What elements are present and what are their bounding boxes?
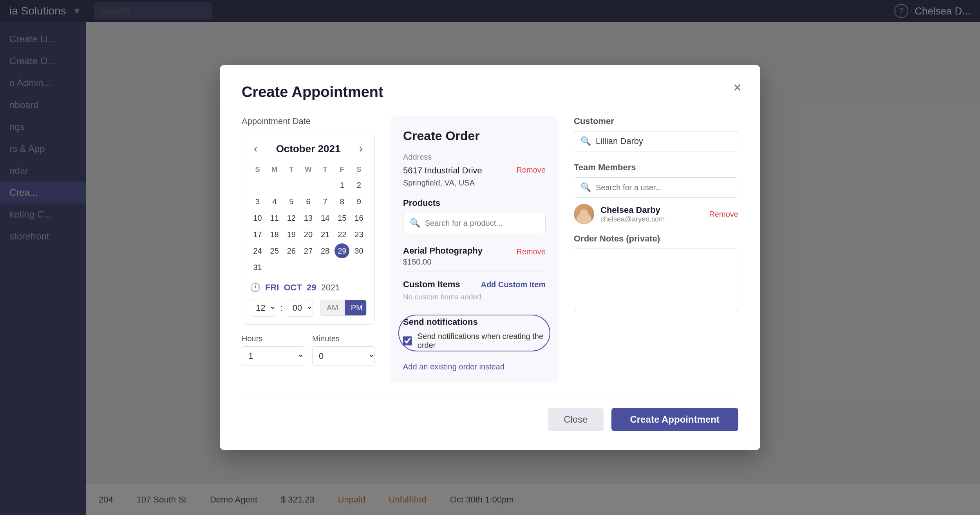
pm-button[interactable]: PM [345, 300, 367, 315]
notifications-section: Send notifications Send notifications wh… [403, 309, 546, 356]
hours-group: Hours 1 [242, 334, 304, 366]
cal-day-empty-3 [284, 178, 299, 193]
hours-minutes-row: Hours 1 Minutes 0 [242, 334, 375, 366]
remove-product-button[interactable]: Remove [517, 247, 546, 256]
product-info: Aerial Photography $150.00 [403, 246, 483, 267]
minutes-label: Minutes [312, 334, 375, 343]
modal-title: Create Appointment [242, 84, 738, 101]
cal-day-21[interactable]: 21 [318, 227, 333, 242]
minute-select[interactable]: 00 [287, 299, 313, 317]
appointment-date-label: Appointment Date [242, 116, 375, 126]
cal-day-empty-1 [250, 178, 265, 193]
selected-year: 2021 [321, 283, 340, 293]
cal-day-empty-5 [318, 178, 333, 193]
cal-day-19[interactable]: 19 [284, 227, 299, 242]
cal-day-empty-2 [267, 178, 282, 193]
cal-day-11[interactable]: 11 [267, 211, 282, 225]
customer-value: Lillian Darby [596, 136, 643, 146]
cal-day-7[interactable]: 7 [318, 194, 333, 209]
calendar-next-button[interactable]: › [355, 141, 367, 157]
cal-day-empty-8 [301, 260, 316, 275]
selected-date-display: 🕐 FRI OCT 29 2021 [250, 283, 367, 293]
order-title: Create Order [403, 129, 546, 143]
cal-day-1[interactable]: 1 [335, 178, 349, 193]
calendar: ‹ October 2021 › S M T W T F S [242, 133, 375, 325]
cal-day-24[interactable]: 24 [250, 243, 265, 258]
notifications-checkbox[interactable] [403, 336, 412, 346]
hours-select[interactable]: 1 [242, 346, 304, 366]
team-search-input[interactable] [596, 183, 732, 192]
remove-member-button[interactable]: Remove [709, 210, 738, 219]
hour-select[interactable]: 12 [250, 299, 276, 317]
products-search-box: 🔍 [403, 213, 546, 233]
day-label-s1: S [250, 163, 265, 176]
cal-day-22[interactable]: 22 [335, 227, 349, 242]
cal-day-6[interactable]: 6 [301, 194, 316, 209]
existing-order-link[interactable]: Add an existing order instead [403, 362, 504, 371]
products-label: Products [403, 198, 546, 208]
member-info: Chelsea Darby chelsea@aryeo.com [600, 205, 665, 223]
team-member-row: Chelsea Darby chelsea@aryeo.com Remove [574, 204, 738, 224]
order-panel: Create Order Address 5617 Industrial Dri… [391, 116, 558, 382]
notifications-title: Send notifications [403, 317, 546, 327]
calendar-prev-button[interactable]: ‹ [250, 141, 261, 157]
address-label: Address [403, 153, 546, 162]
cal-day-18[interactable]: 18 [267, 227, 282, 242]
day-label-t2: T [318, 163, 333, 176]
day-label-f: F [335, 163, 350, 176]
calendar-header: ‹ October 2021 › [250, 141, 367, 157]
cal-day-20[interactable]: 20 [301, 227, 316, 242]
day-label-m: M [267, 163, 282, 176]
selected-month: OCT [284, 283, 302, 293]
selected-date: 29 [307, 283, 316, 293]
cal-day-29[interactable]: 29 [335, 243, 349, 258]
create-appointment-modal: Create Appointment × Appointment Date ‹ … [220, 65, 760, 450]
address-line1: 5617 Industrial Drive [403, 164, 482, 177]
cal-day-8[interactable]: 8 [335, 194, 349, 209]
cal-day-14[interactable]: 14 [318, 211, 333, 225]
cal-day-16[interactable]: 16 [351, 211, 366, 225]
calendar-grid: S M T W T F S [250, 163, 367, 275]
close-button[interactable]: Close [548, 408, 603, 431]
cal-day-12[interactable]: 12 [284, 211, 299, 225]
cal-day-empty-9 [318, 260, 333, 275]
team-members-label: Team Members [574, 162, 738, 173]
cal-day-13[interactable]: 13 [301, 211, 316, 225]
cal-day-27[interactable]: 27 [301, 243, 316, 258]
modal-footer: Close Create Appointment [242, 398, 738, 431]
minutes-select[interactable]: 0 [312, 346, 375, 366]
cal-day-26[interactable]: 26 [284, 243, 299, 258]
cal-day-15[interactable]: 15 [335, 211, 349, 225]
cal-day-10[interactable]: 10 [250, 211, 265, 225]
cal-day-30[interactable]: 30 [351, 243, 366, 258]
products-search-input[interactable] [425, 219, 539, 228]
cal-day-2[interactable]: 2 [351, 178, 366, 193]
no-custom-items-text: No custom items added. [403, 293, 546, 301]
order-notes-textarea[interactable] [574, 248, 738, 311]
cal-day-9[interactable]: 9 [351, 194, 366, 209]
clock-icon: 🕐 [250, 283, 260, 293]
cal-day-31[interactable]: 31 [250, 260, 265, 275]
cal-day-5[interactable]: 5 [284, 194, 299, 209]
product-price: $150.00 [403, 258, 483, 267]
cal-day-4[interactable]: 4 [267, 194, 282, 209]
ampm-group: AM PM [320, 300, 367, 316]
cal-day-empty-7 [284, 260, 299, 275]
add-custom-item-button[interactable]: Add Custom Item [481, 280, 546, 289]
member-email: chelsea@aryeo.com [600, 215, 665, 223]
cal-day-25[interactable]: 25 [267, 243, 282, 258]
modal-close-button[interactable]: × [733, 81, 741, 95]
notifications-checkbox-label: Send notifications when creating the ord… [418, 332, 546, 350]
cal-day-23[interactable]: 23 [351, 227, 366, 242]
notifications-checkbox-row: Send notifications when creating the ord… [403, 332, 546, 350]
cal-day-3[interactable]: 3 [250, 194, 265, 209]
cal-day-28[interactable]: 28 [318, 243, 333, 258]
am-button[interactable]: AM [320, 300, 345, 315]
products-search-icon: 🔍 [410, 218, 420, 228]
remove-address-button[interactable]: Remove [517, 166, 546, 175]
create-appointment-button[interactable]: Create Appointment [611, 408, 738, 431]
calendar-month-year: October 2021 [276, 143, 341, 155]
cal-day-17[interactable]: 17 [250, 227, 265, 242]
modal-overlay: Create Appointment × Appointment Date ‹ … [0, 0, 980, 515]
customer-search-icon: 🔍 [580, 136, 591, 146]
